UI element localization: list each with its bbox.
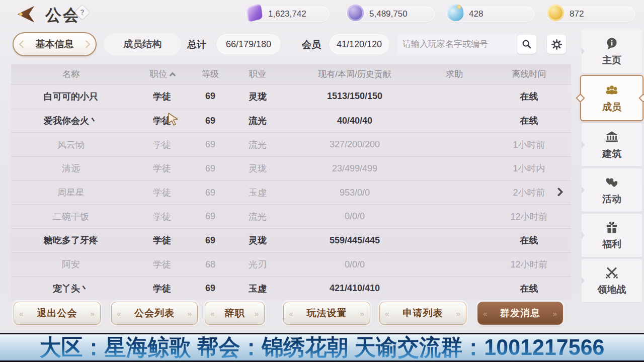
member-contribution: 0/0/0 bbox=[288, 259, 422, 270]
member-position: 学徒 bbox=[131, 90, 193, 103]
currency-pill: 5,489,750 bbox=[346, 7, 435, 22]
member-offline-time: 12小时前 bbox=[487, 211, 571, 223]
server-banner: 大区：星海鲸歌 帮会：锦绣花朝 天谕交流群：1001217566 bbox=[0, 333, 644, 362]
member-class: 玉虚 bbox=[227, 187, 288, 199]
member-position: 学徒 bbox=[131, 234, 193, 246]
member-class: 流光 bbox=[227, 139, 288, 151]
member-class: 灵珑 bbox=[227, 90, 288, 103]
member-offline-time: 12小时前 bbox=[487, 258, 571, 270]
member-contribution: 0/0/0 bbox=[288, 211, 422, 222]
column-header[interactable]: 职位 bbox=[131, 68, 193, 80]
member-contribution: 23/499/499 bbox=[288, 163, 422, 174]
sidebar-item[interactable]: 活动 bbox=[582, 168, 642, 212]
sidebar-item[interactable]: 主页 bbox=[582, 30, 642, 73]
currency-value: 5,489,750 bbox=[369, 9, 408, 19]
sidebar-item[interactable]: 领地战 bbox=[582, 259, 642, 302]
member-name: 白可可的小只 bbox=[11, 90, 131, 103]
sidebar-item-label: 建筑 bbox=[602, 147, 621, 160]
member-level: 68 bbox=[193, 259, 227, 270]
member-row[interactable]: 风云恸 学徒 69 流光 327/200/200 1小时前 bbox=[11, 132, 571, 156]
sidebar-item-label: 领地战 bbox=[598, 283, 626, 296]
tab[interactable]: 成员结构 bbox=[104, 33, 181, 55]
swords-icon bbox=[604, 265, 619, 281]
currency-icon bbox=[246, 4, 263, 23]
action-button[interactable]: 申请列表 bbox=[379, 302, 466, 325]
member-level: 69 bbox=[193, 235, 227, 246]
currency-pill: 872 bbox=[546, 7, 635, 22]
settings-button[interactable] bbox=[547, 35, 566, 54]
column-header[interactable]: 等级 bbox=[193, 68, 227, 80]
member-level: 69 bbox=[193, 163, 227, 174]
action-button[interactable]: 玩法设置 bbox=[283, 302, 370, 325]
top-bar: 公会 ? 1,623,742 5,489,750 428 872 bbox=[0, 0, 644, 29]
member-offline-time: 1小时前 bbox=[487, 139, 571, 151]
tab[interactable]: 基本信息 bbox=[13, 32, 97, 56]
building-icon bbox=[604, 130, 619, 145]
currency-icon bbox=[446, 4, 464, 22]
member-row[interactable]: 爱我你会火丶 学徒 69 流光 40/40/40 在线 bbox=[11, 109, 571, 133]
member-class: 玉虚 bbox=[227, 283, 288, 295]
search-icon bbox=[521, 39, 532, 50]
member-class: 流光 bbox=[227, 115, 288, 127]
action-button[interactable]: 公会列表 bbox=[111, 302, 198, 325]
member-position: 学徒 bbox=[131, 162, 193, 174]
currency-value: 872 bbox=[570, 9, 584, 19]
member-row[interactable]: 清远 学徒 69 灵珑 23/499/499 1小时内 bbox=[11, 156, 571, 180]
sidebar-item[interactable]: 福利 bbox=[582, 214, 642, 257]
action-button[interactable]: 辞职 bbox=[205, 302, 265, 325]
info-bubble-icon bbox=[604, 36, 619, 51]
banner-text: 大区：星海鲸歌 帮会：锦绣花朝 天谕交流群：1001217566 bbox=[39, 333, 604, 362]
tools-row: 基本信息 成员结构 总计 66/179/180 会员 41/120/120 bbox=[0, 32, 569, 56]
table-header: 名称 职位 等级 职业 现有/本周/历史贡献 求助 离线时间 bbox=[11, 64, 571, 84]
action-button[interactable]: 群发消息 bbox=[477, 302, 563, 325]
member-level: 69 bbox=[193, 91, 227, 102]
gear-icon bbox=[551, 39, 562, 50]
back-button[interactable] bbox=[13, 5, 36, 25]
member-class: 灵珑 bbox=[227, 162, 288, 174]
sort-caret-icon bbox=[170, 72, 176, 79]
member-count: 41/120/120 bbox=[330, 34, 389, 54]
action-button[interactable]: 退出公会 bbox=[14, 302, 101, 325]
currency-value: 428 bbox=[469, 9, 483, 19]
sidebar-item-label: 成员 bbox=[602, 101, 621, 114]
column-header[interactable]: 现有/本周/历史贡献 bbox=[288, 68, 422, 80]
member-contribution: 421/410/410 bbox=[288, 283, 422, 294]
member-position: 学徒 bbox=[131, 283, 193, 295]
member-level: 69 bbox=[193, 211, 227, 222]
member-position: 学徒 bbox=[131, 115, 193, 127]
column-header[interactable]: 职业 bbox=[227, 68, 288, 80]
members-icon bbox=[604, 83, 619, 98]
search-input[interactable] bbox=[403, 39, 512, 49]
member-row[interactable]: 白可可的小只 学徒 69 灵珑 1513/150/150 在线 bbox=[11, 84, 571, 109]
member-row[interactable]: 周星星 学徒 69 玉虚 953/0/0 2小时前 bbox=[11, 180, 571, 205]
currency-value: 1,623,742 bbox=[268, 9, 306, 19]
member-position: 学徒 bbox=[131, 211, 193, 223]
member-row[interactable]: 二碗干饭 学徒 69 流光 0/0/0 12小时前 bbox=[11, 204, 571, 228]
member-class: 光刃 bbox=[227, 258, 288, 270]
sidebar-item[interactable]: 建筑 bbox=[582, 123, 642, 166]
tab-label: 基本信息 bbox=[36, 38, 74, 51]
member-name: 糖吃多了牙疼 bbox=[11, 234, 131, 246]
member-name: 周星星 bbox=[11, 187, 131, 199]
member-row[interactable]: 阿安 学徒 68 光刃 0/0/0 12小时前 bbox=[11, 252, 571, 277]
hearts-icon bbox=[604, 175, 619, 190]
member-position: 学徒 bbox=[131, 187, 193, 199]
search-button[interactable] bbox=[517, 35, 536, 54]
currency-icon bbox=[547, 5, 564, 21]
member-row[interactable]: 糖吃多了牙疼 学徒 69 灵珑 559/445/445 在线 bbox=[11, 228, 571, 252]
column-header[interactable]: 求助 bbox=[422, 68, 487, 80]
currency-pill: 1,623,742 bbox=[245, 7, 330, 22]
column-header[interactable]: 名称 bbox=[11, 68, 131, 80]
member-name: 阿安 bbox=[11, 258, 131, 270]
member-row[interactable]: 宠丫头丶 学徒 69 玉虚 421/410/410 在线 bbox=[11, 277, 571, 301]
sidebar-item-label: 福利 bbox=[602, 238, 621, 251]
member-name: 宠丫头丶 bbox=[11, 283, 131, 295]
member-position: 学徒 bbox=[131, 258, 193, 270]
column-header[interactable]: 离线时间 bbox=[487, 68, 571, 80]
sidebar-item-label: 活动 bbox=[602, 193, 621, 206]
member-offline-time: 在线 bbox=[487, 234, 571, 246]
sidebar-item[interactable]: 成员 bbox=[580, 75, 643, 121]
action-button-row: 退出公会 公会列表 辞职 玩法设置 申请列表 群发消息 bbox=[0, 302, 569, 325]
tab-label: 成员结构 bbox=[123, 38, 162, 51]
member-class: 流光 bbox=[227, 211, 288, 223]
